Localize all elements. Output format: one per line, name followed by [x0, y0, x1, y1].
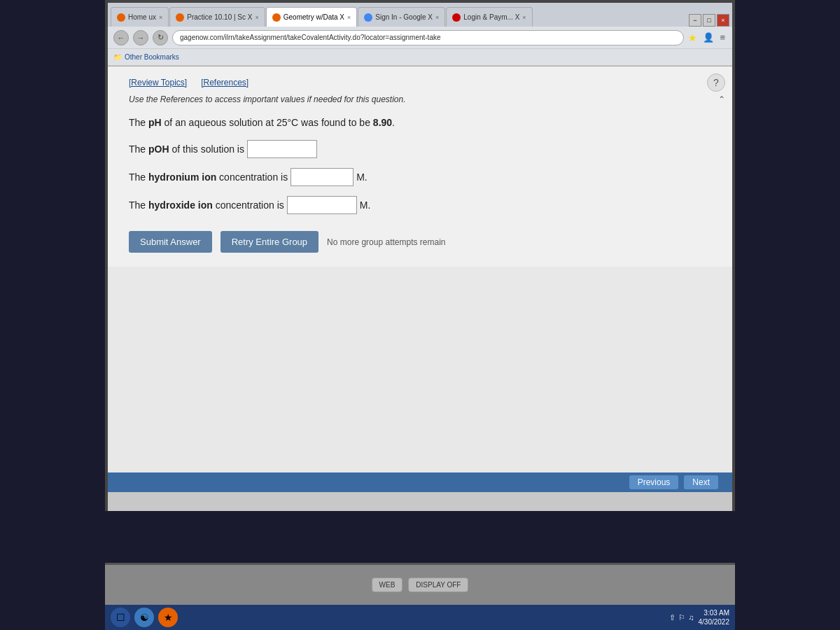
- folder-icon: 📁: [113, 53, 122, 61]
- prev-next-buttons: Previous Next: [629, 475, 718, 489]
- hydronium-label-text: The hydronium ion concentration is: [129, 170, 288, 185]
- bottom-nav: Previous Next: [108, 472, 732, 492]
- menu-icon[interactable]: ≡: [718, 31, 727, 44]
- hydronium-unit: M.: [356, 170, 368, 185]
- bookmark-star[interactable]: ★: [688, 32, 697, 43]
- flag-icon: ⚐: [678, 613, 685, 622]
- bookmarks-bar: 📁 Other Bookmarks: [108, 49, 732, 66]
- tab-geometry[interactable]: Geometry w/Data X ×: [266, 7, 358, 27]
- time-display: 3:03 AM: [699, 608, 730, 617]
- volume-icon: ♫: [688, 613, 694, 622]
- taskbar: ☐ ☯ ★ ⇧ ⚐ ♫ 3:03 AM 4/30/2022: [105, 605, 735, 630]
- tab-bar: Home ux × Practice 10.10 | Sc X × Geomet…: [108, 3, 732, 27]
- web-button[interactable]: WEB: [372, 578, 403, 592]
- clock-area: 3:03 AM 4/30/2022: [699, 608, 730, 626]
- poh-row: The pOH of this solution is: [129, 140, 711, 158]
- minimize-button[interactable]: −: [689, 14, 701, 27]
- taskbar-app-icon[interactable]: ☯: [134, 608, 154, 627]
- maximize-button[interactable]: □: [703, 14, 715, 27]
- display-off-button[interactable]: DISPLAY OFF: [408, 578, 468, 592]
- question-links: [Review Topics] [References]: [129, 78, 711, 88]
- retry-entire-group-button[interactable]: Retry Entire Group: [220, 231, 318, 253]
- tab-practice[interactable]: Practice 10.10 | Sc X ×: [169, 7, 265, 27]
- screen-area: Home ux × Practice 10.10 | Sc X × Geomet…: [105, 0, 735, 511]
- tab-google[interactable]: Sign In - Google X ×: [358, 7, 445, 27]
- windows-icon[interactable]: ☐: [111, 608, 130, 627]
- hydroxide-input[interactable]: [287, 196, 357, 214]
- laptop-outer: Home ux × Practice 10.10 | Sc X × Geomet…: [0, 0, 840, 630]
- browser-chrome: Home ux × Practice 10.10 | Sc X × Geomet…: [108, 3, 732, 66]
- poh-label-text: The pOH of this solution is: [129, 142, 244, 157]
- back-button[interactable]: ←: [113, 30, 129, 46]
- hydroxide-label-text: The hydroxide ion concentration is: [129, 198, 284, 213]
- taskbar-right: ⇧ ⚐ ♫ 3:03 AM 4/30/2022: [669, 608, 729, 626]
- menu-icons: 👤 ≡: [701, 31, 727, 44]
- tab-login[interactable]: Login & Paym... X ×: [446, 7, 532, 27]
- hydroxide-row: The hydroxide ion concentration is M.: [129, 196, 711, 214]
- scroll-up[interactable]: ⌃: [718, 94, 725, 104]
- window-controls: − □ ×: [689, 14, 729, 27]
- use-references-text: Use the References to access important v…: [129, 94, 711, 104]
- address-input[interactable]: [172, 30, 684, 46]
- page-content: ? ⌃ [Review Topics] [References] Use the…: [108, 66, 732, 492]
- address-bar-row: ← → ↻ ★ 👤 ≡: [108, 27, 732, 49]
- hydronium-row: The hydronium ion concentration is M.: [129, 168, 711, 186]
- tab-close-google[interactable]: ×: [435, 14, 439, 21]
- previous-button[interactable]: Previous: [629, 475, 679, 489]
- hydroxide-unit: M.: [360, 198, 371, 213]
- date-display: 4/30/2022: [699, 617, 730, 626]
- taskbar-left: ☐ ☯ ★: [111, 608, 178, 627]
- review-topics-link[interactable]: [Review Topics]: [129, 78, 187, 88]
- buttons-row: Submit Answer Retry Entire Group No more…: [129, 231, 711, 253]
- submit-answer-button[interactable]: Submit Answer: [129, 231, 212, 253]
- poh-input[interactable]: [247, 140, 317, 158]
- system-icons: ⇧ ⚐ ♫: [669, 613, 694, 622]
- tab-close-home[interactable]: ×: [159, 14, 162, 21]
- profile-icon[interactable]: 👤: [701, 31, 715, 44]
- bookmarks-label[interactable]: Other Bookmarks: [125, 53, 179, 61]
- tab-icon-login: [452, 13, 461, 22]
- hydronium-input[interactable]: [290, 168, 354, 186]
- tab-icon-home: [117, 13, 125, 22]
- tab-home[interactable]: Home ux ×: [111, 7, 169, 27]
- help-button[interactable]: ?: [707, 74, 725, 92]
- network-icon: ⇧: [669, 613, 676, 622]
- firefox-icon[interactable]: ★: [158, 608, 178, 627]
- ph-statement: The pH of an aqueous solution at 25°C wa…: [129, 115, 711, 130]
- keyboard-area: WEB DISPLAY OFF: [105, 563, 735, 605]
- references-link[interactable]: [References]: [201, 78, 248, 88]
- tab-close-geometry[interactable]: ×: [347, 14, 351, 21]
- tab-icon-geometry: [272, 13, 281, 22]
- content-inner: [Review Topics] [References] Use the Ref…: [108, 66, 732, 267]
- no-attempts-text: No more group attempts remain: [327, 237, 445, 247]
- forward-button[interactable]: →: [133, 30, 148, 46]
- refresh-button[interactable]: ↻: [153, 30, 168, 46]
- tab-icon-practice: [176, 13, 184, 22]
- tab-close-practice[interactable]: ×: [255, 14, 258, 21]
- tab-icon-google: [364, 13, 372, 22]
- close-button[interactable]: ×: [717, 14, 729, 27]
- tab-close-login[interactable]: ×: [522, 14, 526, 21]
- next-button[interactable]: Next: [684, 475, 718, 489]
